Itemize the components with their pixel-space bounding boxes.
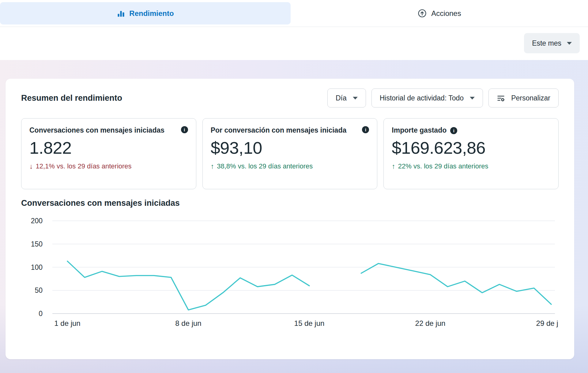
chevron-down-icon: [353, 97, 358, 100]
trend-down-arrow-icon: ↓: [29, 162, 33, 171]
trend-up-arrow-icon: ↑: [392, 162, 395, 171]
summary-title: Resumen del rendimiento: [21, 93, 122, 103]
metric-cards-row: Conversaciones con mensajes iniciadas 1.…: [21, 118, 559, 189]
summary-controls: Día Historial de actividad: Todo: [327, 89, 559, 107]
activity-history-label: Historial de actividad: Todo: [380, 94, 464, 102]
metric-title: Por conversación con mensajes iniciada: [211, 125, 347, 135]
trend-up-arrow-icon: ↑: [211, 162, 214, 171]
svg-text:100: 100: [31, 263, 43, 271]
chevron-down-icon: [470, 97, 475, 100]
customize-label: Personalizar: [511, 94, 550, 102]
main-content: Resumen del rendimiento Día Historial de…: [0, 60, 588, 373]
metric-delta: ↓ 12,1% vs. los 29 días anteriores: [29, 162, 188, 171]
tab-rendimiento-label: Rendimiento: [129, 9, 174, 18]
metric-delta: ↑ 38,8% vs. los 29 días anteriores: [211, 162, 369, 171]
metric-card-conversations-started: Conversaciones con mensajes iniciadas 1.…: [21, 118, 196, 189]
day-breakdown-dropdown[interactable]: Día: [327, 89, 366, 107]
metric-card-cost-per-conversation: Por conversación con mensajes iniciada $…: [202, 118, 378, 189]
svg-text:22 de jun: 22 de jun: [415, 319, 446, 327]
tab-acciones[interactable]: Acciones: [291, 0, 588, 27]
metric-delta: ↑ 22% vs. los 29 días anteriores: [392, 162, 550, 171]
svg-text:15 de jun: 15 de jun: [294, 319, 325, 327]
metric-title: Importe gastado: [392, 125, 447, 135]
bar-chart-icon: [117, 9, 125, 18]
metric-delta-text: 12,1% vs. los 29 días anteriores: [36, 162, 132, 170]
metric-value: $169.623,86: [392, 138, 550, 158]
svg-text:50: 50: [35, 286, 43, 294]
customize-button[interactable]: Personalizar: [488, 89, 559, 107]
info-icon[interactable]: [181, 126, 188, 133]
metric-value: $93,10: [211, 138, 369, 158]
day-dropdown-label: Día: [336, 94, 347, 102]
date-range-label: Este mes: [532, 39, 561, 47]
info-icon[interactable]: [450, 127, 457, 134]
svg-text:8 de jun: 8 de jun: [175, 319, 201, 327]
summary-header: Resumen del rendimiento Día Historial de…: [21, 89, 559, 107]
activity-history-dropdown[interactable]: Historial de actividad: Todo: [371, 89, 483, 107]
tab-acciones-label: Acciones: [431, 9, 461, 18]
metric-card-amount-spent: Importe gastado $169.623,86 ↑ 22% vs. lo…: [383, 118, 559, 189]
metric-value: 1.822: [29, 138, 188, 158]
customize-settings-icon: [497, 94, 505, 102]
top-tab-bar: Rendimiento Acciones: [0, 0, 588, 27]
svg-text:29 de jun: 29 de jun: [536, 319, 559, 327]
conversations-line-chart: 0501001502001 de jun8 de jun15 de jun22 …: [21, 212, 559, 334]
svg-text:1 de jun: 1 de jun: [54, 319, 80, 327]
svg-text:150: 150: [31, 240, 43, 248]
chevron-down-icon: [567, 42, 572, 45]
metric-delta-text: 22% vs. los 29 días anteriores: [398, 162, 488, 170]
svg-text:0: 0: [39, 310, 43, 318]
tab-rendimiento[interactable]: Rendimiento: [0, 2, 291, 24]
chart-title: Conversaciones con mensajes iniciadas: [21, 198, 559, 208]
date-range-button[interactable]: Este mes: [524, 33, 580, 53]
info-icon[interactable]: [362, 126, 369, 133]
svg-text:200: 200: [31, 217, 43, 225]
toolbar: Este mes: [0, 27, 588, 60]
metric-title: Conversaciones con mensajes iniciadas: [29, 125, 164, 135]
performance-summary-card: Resumen del rendimiento Día Historial de…: [6, 79, 574, 359]
metric-delta-text: 38,8% vs. los 29 días anteriores: [217, 162, 313, 170]
circle-arrow-up-icon: [417, 9, 427, 18]
